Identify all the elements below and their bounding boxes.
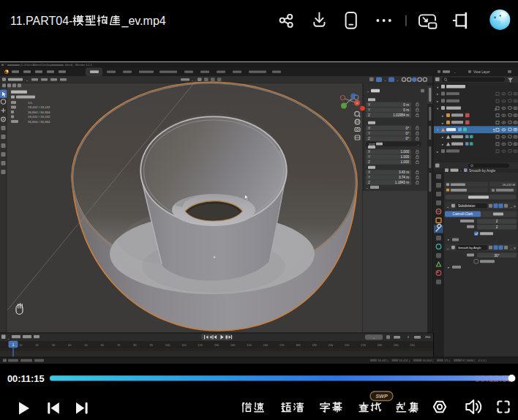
- svg-text:⌄: ⌄: [7, 337, 10, 340]
- svg-text:00:11:15: 00:11:15: [7, 373, 45, 384]
- svg-text:Z: Z: [368, 113, 370, 117]
- svg-text:⌄: ⌄: [397, 78, 399, 82]
- svg-text:X: X: [368, 127, 370, 130]
- svg-text:18,432 M: 18,432 M: [503, 183, 516, 187]
- svg-text:140: 140: [230, 343, 236, 347]
- svg-text:1.000: 1.000: [401, 155, 410, 159]
- svg-text:Smooth by Angle: Smooth by Angle: [458, 246, 481, 250]
- svg-text:250: 250: [410, 343, 415, 347]
- svg-text:1: 1: [12, 343, 15, 347]
- svg-text:180: 180: [296, 343, 301, 347]
- svg-text:1.000: 1.000: [401, 150, 410, 154]
- svg-text:18,432 |: 18,432 |: [378, 359, 388, 362]
- svg-text:Y: Y: [368, 176, 370, 179]
- svg-text:⌄: ⌄: [367, 89, 369, 93]
- svg-text:⌄: ⌄: [446, 204, 449, 209]
- svg-text:100: 100: [165, 343, 170, 347]
- svg-text:18,432 / 18,432: 18,432 / 18,432: [28, 105, 50, 109]
- svg-text:18,432 |: 18,432 |: [399, 359, 410, 362]
- svg-text:Y: Y: [368, 132, 370, 135]
- svg-text:11.PART04-: 11.PART04-: [10, 15, 72, 27]
- svg-text:120: 120: [198, 343, 203, 347]
- svg-text:Subdivision: Subdivision: [458, 204, 476, 208]
- svg-text:130: 130: [214, 343, 219, 347]
- svg-text:SWP: SWP: [375, 393, 388, 400]
- svg-text:200: 200: [329, 343, 334, 347]
- svg-text:⌄: ⌄: [26, 78, 29, 82]
- svg-text:×: ×: [514, 204, 516, 209]
- svg-text:1.02954 m: 1.02954 m: [393, 113, 409, 117]
- svg-text:220: 220: [361, 343, 366, 347]
- svg-text:170: 170: [279, 343, 285, 347]
- svg-text:0 m: 0 m: [403, 103, 409, 107]
- svg-text:×: ×: [514, 246, 516, 250]
- svg-text:XYZ: XYZ: [369, 143, 375, 146]
- svg-text:36,864 |: 36,864 |: [423, 359, 434, 362]
- svg-text:⌄: ⌄: [372, 336, 375, 340]
- svg-text:1.000: 1.000: [401, 160, 410, 164]
- svg-text:2: 2: [496, 225, 498, 229]
- svg-text:1/5 |: 1/5 |: [444, 359, 450, 362]
- svg-text:⌄: ⌄: [417, 143, 419, 146]
- svg-text:Z: Z: [368, 160, 370, 164]
- svg-text:X: X: [368, 103, 370, 107]
- svg-text:⌄: ⌄: [384, 78, 387, 82]
- svg-text:30°: 30°: [495, 254, 500, 258]
- svg-text:160: 160: [263, 343, 269, 347]
- svg-text:(C:/Users/Admin/Desktop/: (C:/Users/Admin/Desktop/: [20, 64, 53, 67]
- svg-text:⌄: ⌄: [446, 246, 449, 250]
- svg-text:190: 190: [312, 343, 317, 347]
- svg-text:_ev.mp4: _ev.mp4: [121, 15, 166, 28]
- svg-text:4.1.0 |: 4.1.0 |: [478, 359, 486, 362]
- svg-text:210: 210: [345, 343, 350, 347]
- svg-text:Z: Z: [368, 181, 370, 184]
- svg-text:36,864 / 36,864: 36,864 / 36,864: [28, 120, 50, 124]
- svg-text:0 m: 0 m: [403, 108, 409, 112]
- svg-text:230: 230: [378, 343, 383, 347]
- svg-text:Y: Y: [368, 155, 370, 159]
- svg-text:1.1843 m: 1.1843 m: [395, 181, 409, 184]
- svg-text:Catmull-Clark: Catmull-Clark: [453, 212, 474, 216]
- svg-text:⌄: ⌄: [191, 78, 194, 82]
- svg-text:View Layer: View Layer: [473, 70, 490, 74]
- svg-text:Smooth by Angle: Smooth by Angle: [469, 169, 496, 173]
- svg-text:18,432 / 18,432: 18,432 / 18,432: [28, 115, 50, 119]
- svg-text:Y: Y: [368, 108, 370, 112]
- svg-text:⌄: ⌄: [510, 247, 513, 250]
- svg-text:⌄: ⌄: [510, 205, 513, 209]
- svg-text:Z: Z: [368, 137, 370, 140]
- svg-text:0°: 0°: [406, 127, 410, 130]
- svg-text:240: 240: [394, 343, 399, 347]
- svg-text:2: 2: [496, 220, 498, 223]
- svg-text:⌄: ⌄: [454, 70, 456, 74]
- svg-text:1/1: 1/1: [28, 101, 33, 105]
- svg-text:87.6MiB |: 87.6MiB |: [462, 359, 475, 362]
- svg-text:X: X: [368, 150, 370, 154]
- svg-text:110: 110: [181, 343, 187, 347]
- svg-text:x: x: [356, 102, 358, 105]
- svg-text:3.74 m: 3.74 m: [399, 176, 409, 179]
- svg-text:150: 150: [247, 343, 252, 347]
- svg-text:36,864 / 36,864: 36,864 / 36,864: [28, 110, 50, 114]
- svg-text:.blend) - Blender 4.1.0: .blend) - Blender 4.1.0: [64, 64, 92, 67]
- svg-text:⌄: ⌄: [366, 186, 369, 190]
- svg-text:X: X: [368, 170, 370, 174]
- svg-text:250: 250: [425, 335, 431, 339]
- svg-text:0°: 0°: [406, 137, 410, 140]
- svg-text:0°: 0°: [406, 132, 410, 135]
- svg-text:3.43 m: 3.43 m: [399, 170, 409, 174]
